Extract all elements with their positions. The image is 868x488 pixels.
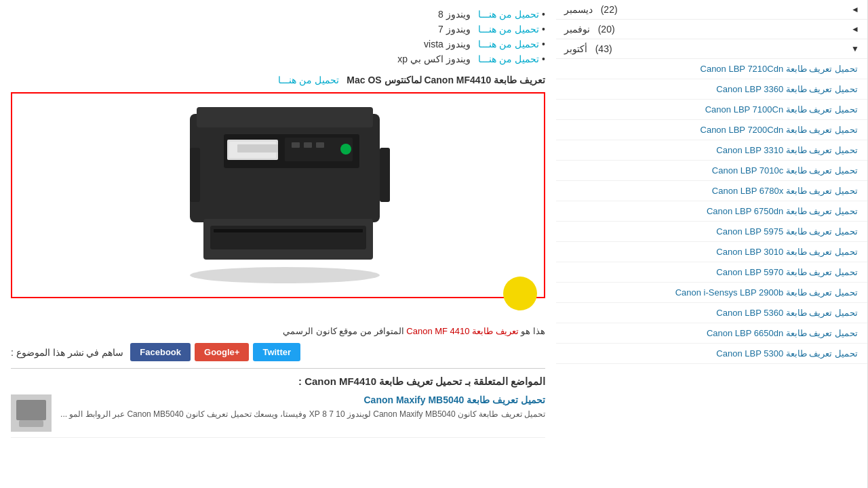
archive-november[interactable]: ◄ (20) نوفمبر: [556, 20, 867, 39]
sidebar-link-8[interactable]: تحميل تعريف طابعة Canon LBP 5975: [556, 222, 867, 242]
facebook-button[interactable]: Facebook: [130, 343, 191, 361]
related-item-thumbnail: [11, 394, 52, 432]
download-vista: تحميل من هنـــا ويندوز vista: [11, 37, 545, 52]
svg-rect-7: [316, 142, 324, 148]
arrow-icon: ▼: [851, 44, 859, 54]
download-win7-link[interactable]: تحميل من هنـــا: [478, 24, 539, 35]
sidebar-link-11[interactable]: تحميل تعريف طابعة Canon i-Sensys LBP 290…: [556, 283, 867, 303]
archive-october[interactable]: ▼ (43) أكتوبر: [556, 39, 867, 59]
printer-link[interactable]: تعريف طابعة Canon MF 4410: [406, 326, 518, 336]
svg-rect-1: [197, 107, 373, 127]
download-xp: تحميل من هنـــا ويندوز اكس بي xp: [11, 52, 545, 66]
sidebar-link-6[interactable]: تحميل تعريف طابعة Canon LBP 6780x: [556, 181, 867, 201]
google-button[interactable]: +Google: [195, 343, 249, 361]
mac-download-link[interactable]: تحميل من هنـــا: [278, 75, 339, 85]
sidebar-link-13[interactable]: تحميل تعريف طابعة Canon LBP 6650dn: [556, 323, 867, 344]
sidebar-link-3[interactable]: تحميل تعريف طابعة Canon LBP 7200Cdn: [556, 120, 867, 140]
svg-rect-19: [19, 420, 43, 427]
arrow-icon: ◄: [851, 5, 859, 14]
printer-image-container: [11, 92, 545, 307]
sidebar: ◄ (22) ديسمبر ◄ (20) نوفمبر ▼ (43) أكتوب…: [556, 0, 868, 488]
related-item-0: تحميل تعريف طابعة Canon Maxify MB5040 تح…: [11, 394, 545, 438]
svg-rect-18: [16, 400, 46, 420]
sidebar-link-2[interactable]: تحميل تعريف طابعة Canon LBP 7100Cn: [556, 100, 867, 120]
share-label: ساهم في نشر هذا الموضوع :: [11, 347, 123, 358]
svg-rect-5: [292, 142, 300, 148]
svg-rect-6: [304, 142, 312, 148]
archive-october-label: (43) أكتوبر: [564, 43, 612, 54]
related-section: المواضع المتعلقة بـ تحميل تعريف طابعة Ca…: [11, 368, 545, 438]
archive-november-label: (20) نوفمبر: [564, 24, 615, 35]
sidebar-link-9[interactable]: تحميل تعريف طابعة Canon LBP 3010: [556, 242, 867, 262]
yellow-indicator: [503, 277, 537, 310]
related-item-link[interactable]: تحميل تعريف طابعة Canon Maxify MB5040: [58, 394, 545, 405]
archive-december[interactable]: ◄ (22) ديسمبر: [556, 0, 867, 20]
download-win8: تحميل من هنـــا ويندوز 8: [11, 7, 545, 22]
download-win8-link[interactable]: تحميل من هنـــا: [478, 9, 539, 20]
related-item-text: تحميل تعريف طابعة Canon Maxify MB5040 تح…: [58, 394, 545, 420]
download-win7: تحميل من هنـــا ويندوز 7: [11, 22, 545, 37]
thumb-icon: [11, 394, 52, 432]
download-vista-link[interactable]: تحميل من هنـــا: [478, 39, 539, 49]
sidebar-link-5[interactable]: تحميل تعريف طابعة Canon LBP 7010c: [556, 161, 867, 181]
sidebar-link-0[interactable]: تحميل تعريف طابعة Canon LBP 7210Cdn: [556, 59, 867, 79]
svg-rect-12: [214, 229, 363, 232]
archive-december-label: (22) ديسمبر: [564, 4, 618, 15]
mac-label: تعريف طابعة Canon MF4410 لماكنتوس Mac OS: [347, 75, 545, 85]
printer-image-box: [11, 92, 545, 298]
sidebar-link-10[interactable]: تحميل تعريف طابعة Canon LBP 5970: [556, 262, 867, 283]
mac-download-line: تعريف طابعة Canon MF4410 لماكنتوس Mac OS…: [11, 75, 545, 85]
sidebar-link-4[interactable]: تحميل تعريف طابعة Canon LBP 3310: [556, 140, 867, 161]
related-title: المواضع المتعلقة بـ تحميل تعريف طابعة Ca…: [11, 375, 545, 388]
svg-rect-14: [380, 148, 390, 202]
sidebar-link-14[interactable]: تحميل تعريف طابعة Canon LBP 5300: [556, 344, 867, 364]
sidebar-link-1[interactable]: تحميل تعريف طابعة Canon LBP 3360: [556, 79, 867, 100]
twitter-button[interactable]: Twitter: [253, 343, 300, 361]
svg-rect-15: [237, 144, 278, 152]
related-item-desc: تحميل تعريف طابعة كانون Canon Maxify MB5…: [58, 408, 545, 420]
main-content: تحميل من هنـــا ويندوز 8 تحميل من هنـــا…: [0, 0, 556, 488]
svg-point-4: [340, 144, 351, 155]
sidebar-link-7[interactable]: تحميل تعريف طابعة Canon LBP 6750dn: [556, 201, 867, 222]
svg-rect-13: [190, 148, 200, 202]
sidebar-link-12[interactable]: تحميل تعريف طابعة Canon LBP 5360: [556, 303, 867, 323]
arrow-icon: ◄: [851, 24, 859, 34]
printer-svg: [136, 94, 420, 297]
svg-point-16: [190, 267, 380, 283]
download-links-section: تحميل من هنـــا ويندوز 8 تحميل من هنـــا…: [11, 7, 545, 66]
download-xp-link[interactable]: تحميل من هنـــا: [478, 54, 539, 64]
image-caption: هذا هو تعريف طابعة Canon MF 4410 المتواف…: [11, 326, 545, 336]
share-row: Twitter +Google Facebook ساهم في نشر هذا…: [11, 343, 545, 361]
